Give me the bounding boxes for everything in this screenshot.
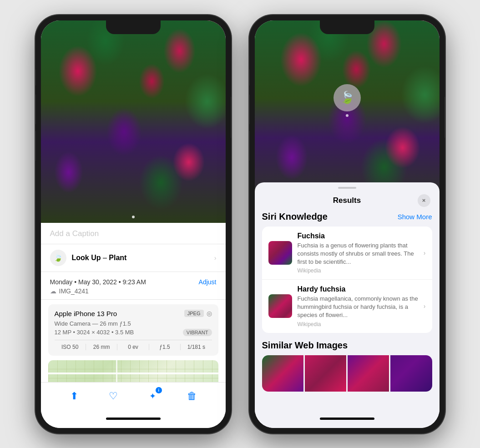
notch-r: [320, 20, 374, 34]
cloud-icon: ☁: [50, 287, 56, 295]
filename-row: ☁ IMG_4241: [50, 287, 217, 295]
volume-up-button-r[interactable]: [249, 70, 250, 86]
caption-section[interactable]: Add a Caption: [41, 223, 226, 244]
exif-focal: 26 mm: [86, 344, 117, 350]
fuchsia-desc: Fuchsia is a genus of flowering plants t…: [298, 242, 418, 267]
exif-aperture: ƒ1.5: [149, 344, 181, 350]
siri-dot: [346, 114, 349, 117]
similar-image-1[interactable]: [262, 355, 303, 392]
silent-switch[interactable]: [35, 131, 36, 161]
adjust-button[interactable]: Adjust: [199, 278, 217, 286]
hardy-source: Wikipedia: [298, 321, 418, 327]
info-button[interactable]: ✦ i: [145, 388, 161, 404]
lookup-label: Look Up – Plant: [72, 254, 127, 262]
results-title: Results: [277, 196, 418, 205]
sparkle-icon: ✦: [149, 391, 156, 401]
delete-button[interactable]: 🗑: [184, 388, 200, 404]
leaf-icon: 🍃: [54, 253, 63, 262]
photo-date: Monday • May 30, 2022 • 9:23 AM: [50, 278, 146, 286]
fuchsia-chevron-icon: ›: [424, 249, 426, 257]
photo-display-left[interactable]: [41, 20, 226, 223]
siri-visual-icon: 🍃: [333, 84, 361, 111]
photo-page-indicator: [132, 216, 135, 218]
lookup-icon: 🍃: [50, 250, 66, 266]
heart-icon: ♡: [109, 390, 118, 402]
left-phone-content: Add a Caption 🍃 Look Up – Plant ›: [41, 20, 226, 428]
siri-knowledge-title: Siri Knowledge: [262, 211, 328, 222]
share-button[interactable]: ⬆: [66, 388, 82, 404]
right-phone: 🍃 Results ×: [249, 15, 445, 433]
volume-down-button-r[interactable]: [249, 95, 250, 124]
similar-image-4[interactable]: [390, 355, 432, 392]
power-button-r[interactable]: [445, 97, 445, 138]
home-bar-right[interactable]: [320, 418, 374, 420]
home-bar-left[interactable]: [106, 418, 161, 420]
camera-resolution: 12 MP • 3024 × 4032 • 3.5 MB: [55, 329, 134, 336]
camera-specs-row2: 12 MP • 3024 × 4032 • 3.5 MB VIBRANT: [55, 329, 212, 336]
lookup-row[interactable]: 🍃 Look Up – Plant ›: [41, 244, 226, 272]
close-button[interactable]: ×: [418, 194, 430, 207]
vibrant-badge: VIBRANT: [183, 329, 212, 336]
results-content[interactable]: Siri Knowledge Show More Fuchsia Fuchsia…: [255, 211, 440, 428]
bottom-toolbar: ⬆ ♡ ✦ i 🗑: [41, 382, 226, 410]
lookup-chevron-icon: ›: [214, 254, 217, 262]
favorite-button[interactable]: ♡: [105, 388, 121, 404]
notch: [106, 20, 161, 34]
left-phone-frame: Add a Caption 🍃 Look Up – Plant ›: [35, 15, 231, 433]
hardy-desc: Fuchsia magellanica, commonly known as t…: [298, 295, 418, 320]
hardy-thumbnail: [268, 294, 292, 318]
power-button[interactable]: [231, 97, 231, 138]
device-badges: JPEG ◎: [184, 310, 212, 317]
date-row: Monday • May 30, 2022 • 9:23 AM Adjust: [50, 278, 217, 286]
camera-specs: Wide Camera — 26 mm ƒ1.5: [55, 320, 212, 327]
caption-placeholder[interactable]: Add a Caption: [50, 229, 99, 238]
format-badge: JPEG: [184, 310, 204, 317]
knowledge-card: Fuchsia Fuchsia is a genus of flowering …: [262, 227, 432, 333]
right-phone-screen: 🍃 Results ×: [255, 20, 440, 428]
silent-switch-r[interactable]: [249, 131, 250, 161]
device-name-row: Apple iPhone 13 Pro JPEG ◎: [55, 310, 212, 317]
share-icon: ⬆: [70, 390, 78, 402]
similar-web-images-section: Similar Web Images: [262, 340, 432, 392]
hardy-text: Hardy fuchsia Fuchsia magellanica, commo…: [298, 285, 418, 327]
right-phone-frame: 🍃 Results ×: [249, 15, 445, 433]
filename-label: IMG_4241: [59, 287, 89, 295]
exif-iso: ISO 50: [55, 344, 86, 350]
knowledge-item-fuchsia[interactable]: Fuchsia Fuchsia is a genus of flowering …: [262, 227, 432, 280]
similar-image-3[interactable]: [348, 355, 389, 392]
hardy-name: Hardy fuchsia: [298, 285, 418, 293]
similar-images-grid[interactable]: [262, 355, 432, 392]
hardy-chevron-icon: ›: [424, 302, 426, 310]
fuchsia-text: Fuchsia Fuchsia is a genus of flowering …: [298, 232, 418, 274]
exif-shutter: 1/181 s: [181, 344, 212, 350]
results-sheet: Results × Siri Knowledge Show More: [255, 182, 440, 428]
flower-photo-bg: [41, 20, 226, 223]
fuchsia-name: Fuchsia: [298, 232, 418, 240]
similar-images-title: Similar Web Images: [262, 340, 432, 351]
siri-knowledge-header: Siri Knowledge Show More: [262, 211, 432, 222]
volume-down-button[interactable]: [35, 95, 36, 124]
exif-ev: 0 ev: [117, 344, 149, 350]
results-header: Results ×: [255, 189, 440, 211]
similar-image-2[interactable]: [305, 355, 346, 392]
exif-row: ISO 50 26 mm 0 ev ƒ1.5 1/181 s: [55, 340, 212, 350]
fuchsia-thumbnail: [268, 241, 292, 265]
knowledge-item-hardy[interactable]: Hardy fuchsia Fuchsia magellanica, commo…: [262, 280, 432, 333]
map-road-h1: [48, 372, 218, 374]
volume-up-button[interactable]: [35, 70, 36, 86]
left-phone-screen: Add a Caption 🍃 Look Up – Plant ›: [41, 20, 226, 428]
fuchsia-source: Wikipedia: [298, 267, 418, 274]
device-section: Apple iPhone 13 Pro JPEG ◎ Wide Camera —…: [48, 304, 218, 356]
close-icon: ×: [422, 197, 426, 204]
show-more-button[interactable]: Show More: [398, 213, 432, 221]
siri-leaf-icon: 🍃: [340, 91, 354, 105]
metadata-section: Monday • May 30, 2022 • 9:23 AM Adjust ☁…: [41, 272, 226, 300]
device-name: Apple iPhone 13 Pro: [55, 310, 117, 317]
location-icon: ◎: [207, 310, 212, 317]
info-badge: i: [156, 387, 162, 393]
right-phone-content: 🍃 Results ×: [255, 20, 440, 428]
left-phone: Add a Caption 🍃 Look Up – Plant ›: [35, 15, 231, 433]
trash-icon: 🗑: [187, 390, 197, 402]
